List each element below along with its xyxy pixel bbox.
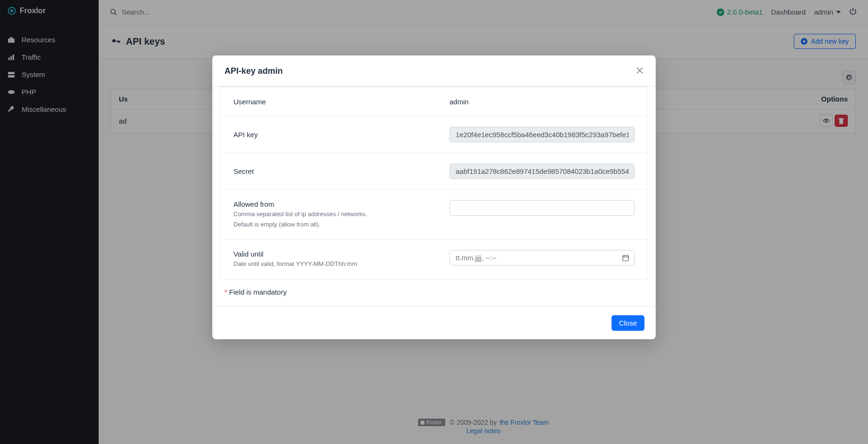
valid-until-sub: Date until valid, format YYYY-MM-DDThh:m… bbox=[233, 260, 440, 268]
modal-close-button[interactable] bbox=[636, 66, 643, 77]
apikey-input[interactable] bbox=[450, 127, 635, 142]
field-apikey: API key bbox=[220, 117, 648, 153]
modal-footer: Close bbox=[212, 306, 656, 339]
field-valid-until: Valid until Date until valid, format YYY… bbox=[220, 240, 648, 279]
mandatory-asterisk: * bbox=[225, 288, 227, 296]
modal-header: API-key admin bbox=[212, 55, 656, 86]
field-secret: Secret bbox=[220, 153, 648, 190]
valid-until-label: Valid until Date until valid, format YYY… bbox=[233, 250, 440, 268]
username-label: Username bbox=[233, 98, 440, 106]
field-username: Username admin bbox=[220, 87, 648, 117]
modal-title: API-key admin bbox=[225, 66, 283, 76]
allowed-from-sub1: Comma separated list of ip addresses / n… bbox=[233, 210, 440, 218]
close-button[interactable]: Close bbox=[612, 315, 644, 331]
allowed-from-label: Allowed from Comma separated list of ip … bbox=[233, 200, 440, 229]
secret-input[interactable] bbox=[450, 164, 635, 179]
allowed-from-input[interactable] bbox=[450, 200, 635, 216]
mandatory-text: Field is mandatory bbox=[229, 288, 287, 296]
apikey-label: API key bbox=[233, 131, 440, 139]
allowed-from-sub2: Default is empty (allow from all). bbox=[233, 220, 440, 229]
close-icon bbox=[636, 67, 643, 74]
api-key-modal: API-key admin Username admin API key Sec… bbox=[212, 55, 656, 339]
field-allowed-from: Allowed from Comma separated list of ip … bbox=[220, 190, 648, 240]
valid-until-input[interactable] bbox=[450, 250, 635, 265]
username-value: admin bbox=[450, 98, 635, 106]
secret-label: Secret bbox=[233, 167, 440, 175]
modal-body: Username admin API key Secret Allowed fr… bbox=[212, 86, 656, 306]
mandatory-note: *Field is mandatory bbox=[212, 280, 656, 306]
